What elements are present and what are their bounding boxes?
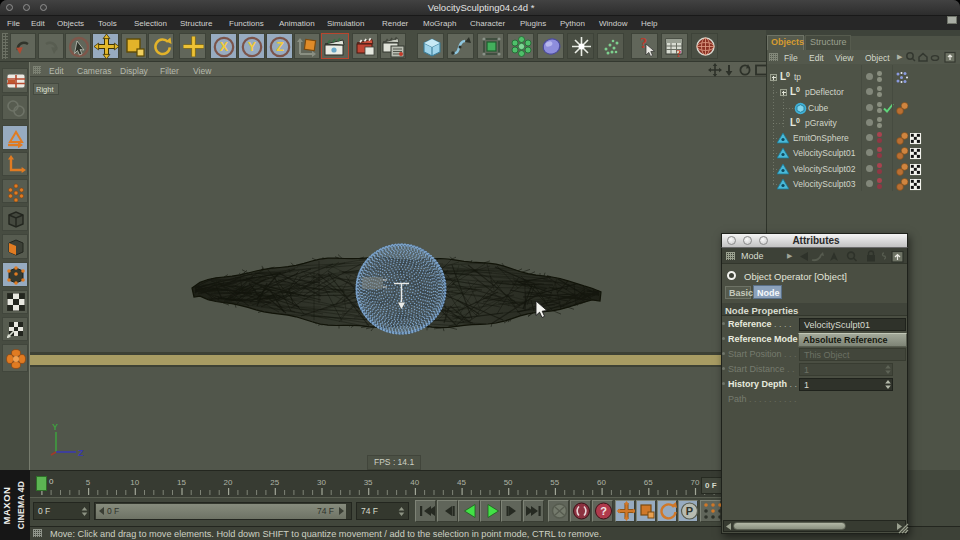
svg-text:30: 30 xyxy=(317,478,326,487)
svg-text:40: 40 xyxy=(410,478,419,487)
svg-text:?: ? xyxy=(676,47,682,58)
svg-text:?: ? xyxy=(600,505,607,517)
svg-text:P: P xyxy=(686,505,693,517)
svg-text:Z: Z xyxy=(276,40,284,54)
svg-text:50: 50 xyxy=(504,478,513,487)
svg-text:45: 45 xyxy=(457,478,466,487)
svg-text:60: 60 xyxy=(597,478,606,487)
svg-text:25: 25 xyxy=(270,478,279,487)
svg-text:Y: Y xyxy=(248,40,257,54)
svg-text:15: 15 xyxy=(177,478,186,487)
svg-text:5: 5 xyxy=(86,478,91,487)
svg-text:55: 55 xyxy=(550,478,559,487)
svg-text:10: 10 xyxy=(130,478,139,487)
svg-text:X: X xyxy=(220,40,229,54)
svg-text:65: 65 xyxy=(644,478,653,487)
svg-text:20: 20 xyxy=(224,478,233,487)
svg-text:70: 70 xyxy=(690,478,699,487)
svg-text:35: 35 xyxy=(364,478,373,487)
